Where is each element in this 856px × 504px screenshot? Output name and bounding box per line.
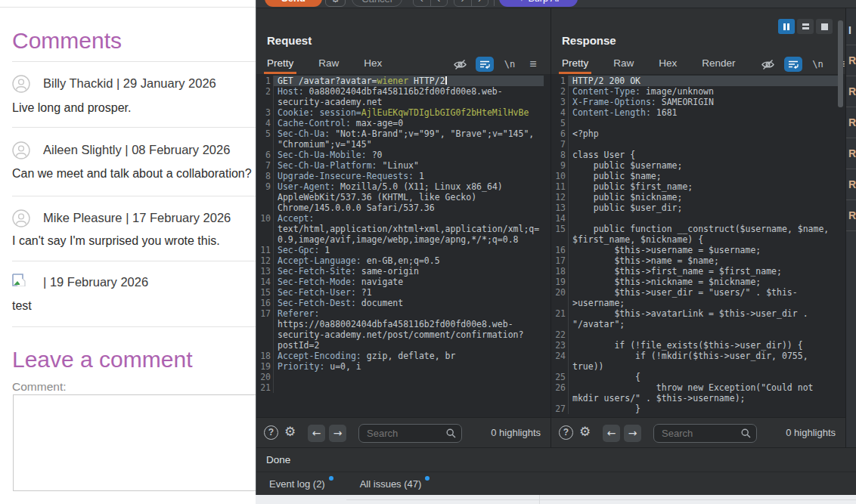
code-line[interactable]: 3X-Frame-Options: SAMEORIGIN: [555, 97, 839, 107]
inspector-header[interactable]: I: [846, 8, 856, 45]
search-settings-icon[interactable]: ⚙: [579, 424, 591, 439]
help-icon[interactable]: ?: [559, 425, 573, 440]
code-line[interactable]: 5Sec-Ch-Ua: "Not:A-Brand";v="99", "Brave…: [260, 128, 544, 150]
code-line[interactable]: 20: [260, 372, 544, 382]
code-line[interactable]: 11Sec-Gpc: 1: [260, 245, 544, 255]
code-line[interactable]: 12Accept-Language: en-GB,en;q=0.5: [260, 255, 544, 266]
show-newlines-icon[interactable]: \n: [502, 57, 517, 71]
code-line[interactable]: 27 }: [555, 404, 839, 414]
code-line[interactable]: 13Sec-Fetch-Site: same-origin: [260, 266, 544, 277]
code-line[interactable]: 23 if (!file_exists($this->user_dir)) {: [555, 340, 839, 351]
code-line[interactable]: 14Sec-Fetch-Mode: navigate: [260, 277, 544, 287]
tab-render[interactable]: Render: [702, 54, 735, 74]
help-icon[interactable]: ?: [264, 425, 278, 440]
history-prev-dropdown-icon[interactable]: ‹: [431, 0, 448, 6]
code-line[interactable]: 15Sec-Fetch-User: ?1: [260, 287, 544, 298]
hide-nonprintable-icon[interactable]: [452, 57, 467, 71]
code-line[interactable]: 8Upgrade-Insecure-Requests: 1: [260, 171, 544, 181]
code-line[interactable]: 10 public $name;: [555, 171, 839, 181]
tab-pretty[interactable]: Pretty: [562, 54, 588, 74]
code-line[interactable]: 21 $this->avatarLink = $this->user_dir .…: [555, 308, 839, 329]
code-line[interactable]: 8class User {: [555, 150, 839, 160]
code-line[interactable]: 2Content-Type: image/unknown: [555, 86, 839, 97]
inspector-section[interactable]: R: [846, 169, 856, 200]
inspector-section[interactable]: R: [846, 76, 856, 107]
word-wrap-icon[interactable]: [476, 57, 494, 72]
text-cursor: [445, 76, 447, 85]
code-line[interactable]: 21: [260, 382, 544, 393]
cancel-button[interactable]: Cancel: [352, 0, 402, 7]
code-line[interactable]: 4Content-Length: 1681: [555, 107, 839, 118]
code-line[interactable]: 13 public $user_dir;: [555, 203, 839, 213]
code-line[interactable]: 17 $this->name = $name;: [555, 255, 839, 266]
event-log-tab[interactable]: Event log (2): [269, 478, 325, 490]
single-layout-icon[interactable]: [816, 19, 833, 34]
code-line[interactable]: 2Host: 0a88002404dbfa458116b2fd00fd00e8.…: [260, 86, 544, 107]
history-next-dropdown-icon[interactable]: ›: [472, 0, 488, 6]
code-line[interactable]: 7Sec-Ch-Ua-Platform: "Linux": [260, 160, 544, 171]
rows-layout-icon[interactable]: [797, 19, 814, 34]
code-line[interactable]: 16 $this->username = $username;: [555, 245, 839, 255]
status-bar: Done: [256, 447, 856, 472]
code-line[interactable]: 18Accept-Encoding: gzip, deflate, br: [260, 351, 544, 361]
previous-match-button[interactable]: ←: [308, 425, 325, 442]
code-line[interactable]: 5: [555, 118, 839, 128]
code-line[interactable]: 9User-Agent: Mozilla/5.0 (X11; Linux x86…: [260, 181, 544, 213]
search-settings-icon[interactable]: ⚙: [284, 424, 296, 439]
tab-raw[interactable]: Raw: [318, 54, 339, 74]
history-next-icon[interactable]: ›: [454, 0, 472, 6]
word-wrap-icon[interactable]: [784, 57, 802, 72]
code-line[interactable]: 22: [555, 329, 839, 340]
code-line[interactable]: 1GET /avatar?avatar=wiener HTTP/2: [260, 76, 544, 86]
code-line[interactable]: 6<?php: [555, 128, 839, 139]
inspector-section[interactable]: R: [846, 45, 856, 76]
history-prev-icon[interactable]: ‹: [414, 0, 431, 6]
inspector-section[interactable]: R: [846, 138, 856, 169]
previous-match-button[interactable]: ←: [603, 425, 620, 442]
show-newlines-icon[interactable]: \n: [811, 57, 826, 71]
tab-hex[interactable]: Hex: [659, 54, 677, 74]
tab-raw[interactable]: Raw: [613, 54, 634, 74]
code-line[interactable]: 26 throw new Exception("Could not mkdir …: [555, 382, 839, 404]
inspector-section[interactable]: R: [846, 200, 856, 231]
next-match-button[interactable]: →: [329, 425, 346, 442]
code-line[interactable]: 20 $this->user_dir = "users/" . $this->u…: [555, 287, 839, 308]
code-line[interactable]: 14: [555, 213, 839, 224]
line-text: $this->avatarLink = $this->user_dir . "/…: [569, 308, 839, 329]
code-line[interactable]: 1HTTP/2 200 OK: [555, 76, 839, 86]
history-forward-split-button[interactable]: ››: [454, 0, 488, 7]
history-back-split-button[interactable]: ‹‹: [413, 0, 448, 7]
gear-icon[interactable]: ⚙: [325, 0, 346, 7]
code-line[interactable]: 12 public $nickname;: [555, 192, 839, 203]
code-line[interactable]: 18 $this->first_name = $first_name;: [555, 266, 839, 277]
hide-nonprintable-icon[interactable]: [761, 57, 776, 71]
code-line[interactable]: 16Sec-Fetch-Dest: document: [260, 298, 544, 308]
code-line[interactable]: 10Accept: text/html,application/xhtml+xm…: [260, 213, 544, 245]
all-issues-tab[interactable]: All issues (47): [360, 478, 422, 490]
code-line[interactable]: 19Priority: u=0, i: [260, 361, 544, 372]
burp-ai-button[interactable]: ✦ Burp AI: [499, 0, 578, 7]
code-line[interactable]: 25 {: [555, 372, 839, 382]
columns-layout-icon[interactable]: [778, 19, 795, 34]
request-editor[interactable]: 1GET /avatar?avatar=wiener HTTP/22Host: …: [256, 75, 551, 417]
editor-menu-icon[interactable]: ≡: [526, 57, 541, 71]
code-line[interactable]: 6Sec-Ch-Ua-Mobile: ?0: [260, 150, 544, 160]
code-line[interactable]: 15 public function __construct($username…: [555, 224, 839, 245]
tab-pretty[interactable]: Pretty: [267, 54, 293, 74]
line-number: 13: [555, 203, 569, 213]
response-editor[interactable]: 1HTTP/2 200 OK2Content-Type: image/unkno…: [551, 75, 845, 417]
code-line[interactable]: 11 public $first_name;: [555, 181, 839, 192]
response-scrollbar[interactable]: [838, 20, 843, 107]
code-line[interactable]: 4Cache-Control: max-age=0: [260, 118, 544, 128]
code-line[interactable]: 7: [555, 139, 839, 150]
code-line[interactable]: 17Referer: https://0a88002404dbfa458116b…: [260, 308, 544, 351]
send-button[interactable]: Send: [265, 0, 322, 7]
tab-hex[interactable]: Hex: [364, 54, 382, 74]
line-number: 1: [260, 76, 274, 86]
code-line[interactable]: 9 public $username;: [555, 160, 839, 171]
inspector-section[interactable]: R: [846, 107, 856, 138]
code-line[interactable]: 3Cookie: session=AjlEuEKqwTDIgLbGIG0f2bH…: [260, 107, 544, 118]
code-line[interactable]: 19 $this->nickname = $nickname;: [555, 277, 839, 287]
code-line[interactable]: 24 if (!mkdir($this->user_dir, 0755, tru…: [555, 351, 839, 372]
next-match-button[interactable]: →: [624, 425, 641, 442]
